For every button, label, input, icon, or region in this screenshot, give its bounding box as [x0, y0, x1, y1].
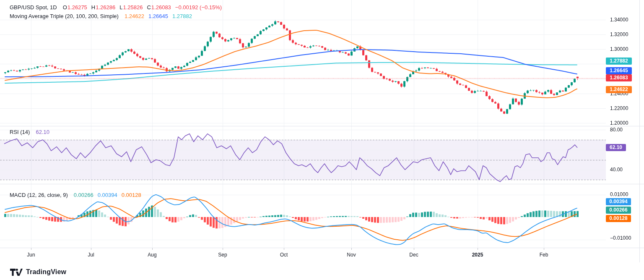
time-axis-label: 2025: [472, 252, 483, 258]
indicator-badge: 0.00394: [606, 198, 631, 205]
price-badge: 1.26083: [606, 74, 632, 81]
chart-canvas[interactable]: [0, 0, 644, 280]
indicator-badge: 0.00128: [606, 215, 631, 222]
rsi-value: 62.10: [36, 129, 49, 136]
price-badge: 1.26645: [606, 67, 632, 74]
ohlc-close: C1.26083: [147, 4, 171, 11]
rsi-legend: RSI (14) 62.10: [10, 129, 49, 136]
price-axis-label: 1.22000: [610, 105, 628, 112]
time-axis-label: Sep: [218, 252, 227, 258]
indicator-axis-label: −0.01000: [610, 235, 631, 241]
indicator-axis[interactable]: 80.0040.000.01000−0.0100062.100.003940.0…: [606, 187, 644, 262]
time-axis-label: Aug: [148, 252, 156, 258]
tradingview-logo-icon: [10, 269, 23, 276]
trading-chart-app: GBP/USD Spot, 1D O1.26275 H1.26286 L1.25…: [0, 0, 644, 280]
macd-signal-value: 0.00128: [122, 192, 141, 199]
price-axis-label: 1.32000: [610, 31, 628, 38]
time-axis-label: Jul: [88, 252, 94, 258]
price-axis-label: 1.20000: [610, 120, 628, 126]
indicator-badge: 0.00266: [606, 207, 631, 214]
tradingview-brand[interactable]: TradingView: [10, 268, 66, 276]
ma20-value: 1.24622: [125, 13, 144, 20]
price-axis[interactable]: 1.340001.320001.300001.240001.220001.200…: [606, 0, 644, 187]
ma200-value: 1.27882: [172, 13, 192, 20]
symbol-title[interactable]: GBP/USD Spot, 1D: [10, 4, 57, 11]
macd-title[interactable]: MACD (12, 26, close, 9): [10, 192, 68, 199]
macd-legend: MACD (12, 26, close, 9) 0.00266 0.00394 …: [10, 192, 141, 199]
time-axis-label: Feb: [540, 252, 548, 258]
change-value: −0.00192 (−0.15%): [175, 4, 222, 11]
ma-title[interactable]: Moving Average Triple (20, 100, 200, Sim…: [10, 13, 119, 20]
symbol-legend: GBP/USD Spot, 1D O1.26275 H1.26286 L1.25…: [10, 4, 222, 11]
time-axis-label: Oct: [280, 252, 288, 258]
macd-line-value: 0.00394: [98, 192, 117, 199]
ma-legend: Moving Average Triple (20, 100, 200, Sim…: [10, 13, 192, 20]
footer: TradingView: [0, 262, 644, 280]
indicator-axis-label: 0.01000: [610, 191, 628, 198]
price-badge: 1.24622: [606, 86, 632, 93]
indicator-badge: 62.10: [606, 144, 626, 151]
ohlc-low: L1.25826: [119, 4, 143, 11]
price-badge: 1.27882: [606, 58, 632, 65]
indicator-axis-label: 40.00: [610, 166, 623, 173]
brand-text: TradingView: [26, 268, 66, 276]
rsi-title[interactable]: RSI (14): [10, 129, 30, 136]
macd-hist-value: 0.00266: [74, 192, 93, 199]
ohlc-high: H1.26286: [91, 4, 115, 11]
price-axis-label: 1.34000: [610, 16, 628, 23]
time-axis-label: Nov: [347, 252, 356, 258]
time-axis-label: Jun: [27, 252, 35, 258]
ohlc-open: O1.26275: [63, 4, 87, 11]
ma100-value: 1.26645: [148, 13, 168, 20]
price-axis-label: 1.30000: [610, 46, 628, 52]
time-axis-label: Dec: [409, 252, 418, 258]
indicator-axis-label: 80.00: [610, 126, 623, 133]
time-axis[interactable]: JunJulAugSepOctNovDec2025Feb: [0, 248, 606, 262]
